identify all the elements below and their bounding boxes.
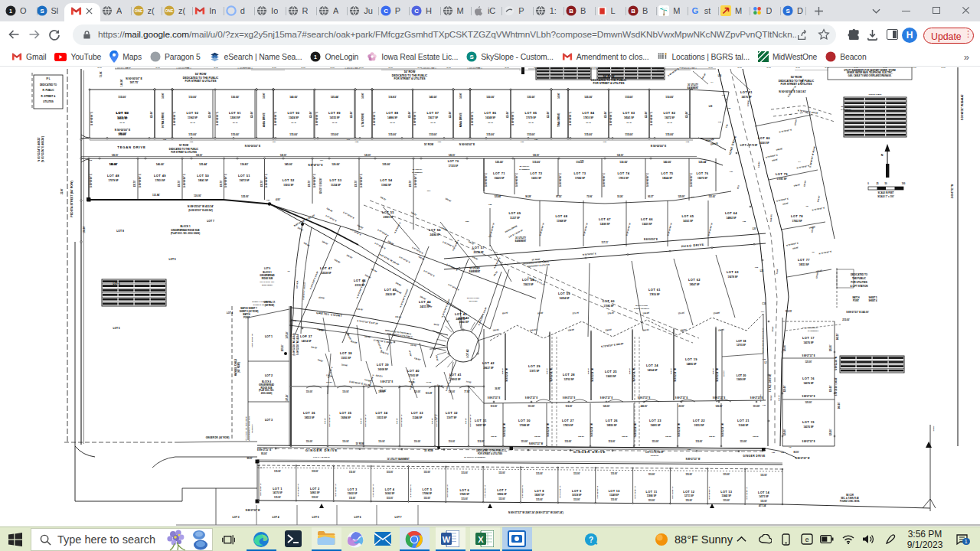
- svg-text:110.00': 110.00': [297, 226, 305, 232]
- svg-text:14892 SF: 14892 SF: [726, 217, 736, 220]
- svg-text:S 00°00'00" E: S 00°00'00" E: [173, 112, 176, 126]
- svg-text:14895 SF: 14895 SF: [686, 363, 696, 366]
- svg-text:17810 SF: 17810 SF: [155, 179, 165, 182]
- svg-text:50.00': 50.00': [361, 93, 364, 99]
- svg-text:S: S: [786, 8, 789, 15]
- svg-text:130.79': 130.79': [354, 180, 358, 187]
- svg-text:LOT 8: LOT 8: [116, 230, 124, 233]
- svg-text:L34: L34: [256, 461, 260, 464]
- svg-text:WATCH POINT: WATCH POINT: [635, 305, 648, 306]
- svg-text:LOT 80: LOT 80: [758, 136, 770, 140]
- svg-text:135.00': 135.00': [382, 163, 390, 166]
- svg-text:GAS, CABLE TV AND OVERLAND DRA: GAS, CABLE TV AND OVERLAND DRAINAGE.: [848, 74, 892, 77]
- svg-text:20.00': 20.00': [678, 405, 684, 408]
- svg-text:POINT: POINT: [853, 299, 859, 302]
- svg-text:GINGERBREAD: GINGERBREAD: [259, 383, 274, 386]
- svg-text:139.62': 139.62': [435, 355, 438, 362]
- svg-text:ONE: ONE: [165, 9, 174, 13]
- svg-text:125.00': 125.00': [783, 385, 786, 392]
- svg-text:S 89°27'23" E: S 89°27'23" E: [563, 396, 576, 399]
- svg-text:LOT 82: LOT 82: [664, 111, 676, 115]
- svg-text:18550 SF: 18550 SF: [606, 424, 616, 427]
- svg-text:115.00': 115.00': [611, 472, 618, 475]
- svg-text:N 00°32'38" W: N 00°32'38" W: [559, 485, 561, 498]
- svg-text:S 00°00'00" E: S 00°00'00" E: [90, 174, 93, 187]
- svg-text:125.44': 125.44': [199, 163, 207, 166]
- svg-text:130.00': 130.00': [395, 289, 403, 295]
- svg-text:S 00°47'31" W: S 00°47'31" W: [951, 184, 954, 198]
- svg-text:50: 50: [885, 182, 887, 185]
- svg-text:10" W: 10" W: [430, 122, 436, 124]
- svg-text:C4: C4: [799, 161, 802, 162]
- svg-text:L32: L32: [743, 220, 746, 222]
- svg-text:L36: L36: [763, 404, 766, 406]
- svg-text:GINGERBREAD RIDGE SUB: GINGERBREAD RIDGE SUB: [248, 416, 250, 441]
- svg-text:29637 SF: 29637 SF: [483, 367, 493, 370]
- svg-text:1: 1: [314, 54, 317, 60]
- svg-text:LOT 56: LOT 56: [429, 228, 441, 232]
- svg-text:LOT 24: LOT 24: [646, 364, 658, 367]
- svg-text:115.00': 115.00': [611, 498, 618, 501]
- svg-text:LOT 67: LOT 67: [599, 217, 611, 221]
- svg-text:S 00°00'00" E: S 00°00'00" E: [315, 112, 318, 126]
- svg-text:115.00': 115.00': [564, 440, 571, 443]
- svg-text:S 89°27'23" E: S 89°27'23" E: [802, 354, 815, 357]
- svg-text:UTILITY EASEMENTS FOR SANITARY: UTILITY EASEMENTS FOR SANITARY SEWER, ST…: [844, 69, 895, 72]
- svg-text:C13: C13: [89, 159, 93, 161]
- svg-text:DEDICATED TO THE PUBLIC: DEDICATED TO THE PUBLIC: [392, 74, 428, 77]
- svg-text:S 00°00'00" E: S 00°00'00" E: [690, 173, 693, 187]
- svg-text:115.00': 115.00': [188, 133, 197, 136]
- svg-text:115.00': 115.00': [584, 133, 593, 136]
- svg-text:115.00': 115.00': [486, 133, 495, 136]
- svg-text:FOR STREET & UTILITES: FOR STREET & UTILITES: [593, 82, 626, 85]
- svg-text:S 19°23'36" W: S 19°23'36" W: [625, 222, 631, 236]
- svg-text:B: B: [631, 8, 635, 15]
- svg-text:LOT C = 75,756 SF: LOT C = 75,756 SF: [313, 456, 330, 458]
- svg-text:N 89°27'23" W: N 89°27'23" W: [795, 457, 810, 460]
- svg-text:125.00': 125.00': [250, 111, 253, 118]
- svg-text:12702 SF: 12702 SF: [564, 378, 573, 381]
- svg-text:18547 SF: 18547 SF: [689, 283, 699, 286]
- svg-text:60' ROW: 60' ROW: [760, 393, 762, 401]
- svg-text:N 70°00'00" E: N 70°00'00" E: [796, 165, 809, 170]
- svg-text:13436 SF: 13436 SF: [737, 378, 746, 381]
- svg-text:10" W: 10" W: [488, 122, 493, 124]
- svg-text:115.00': 115.00': [753, 435, 760, 438]
- svg-text:25125 SF: 25125 SF: [473, 251, 483, 254]
- svg-text:S 00°00'00" E: S 00°00'00" E: [360, 174, 363, 187]
- svg-text:79.63': 79.63': [317, 358, 323, 363]
- svg-text:DEDICATED TO: DEDICATED TO: [851, 273, 868, 276]
- svg-text:LOT 7: LOT 7: [207, 220, 214, 223]
- svg-text:LOT 38: LOT 38: [340, 351, 352, 355]
- svg-text:N 87°47'51" E: N 87°47'51" E: [308, 164, 322, 167]
- svg-text:LOT 91: LOT 91: [229, 111, 241, 115]
- svg-text:10" W: 10" W: [291, 122, 296, 124]
- svg-text:N 00°32'38" W: N 00°32'38" W: [671, 486, 674, 499]
- svg-text:LOT 78: LOT 78: [791, 214, 803, 218]
- svg-text:LOT 5: LOT 5: [113, 327, 119, 330]
- svg-text:136.23': 136.23': [410, 211, 417, 217]
- svg-text:L35: L35: [760, 269, 764, 272]
- svg-text:C23: C23: [688, 448, 691, 451]
- svg-text:LOT 4: LOT 4: [258, 467, 264, 469]
- svg-text:L32: L32: [504, 450, 508, 452]
- svg-text:187.75': 187.75': [129, 81, 138, 84]
- svg-text:EASEMENT: EASEMENT: [519, 168, 530, 171]
- svg-text:LOT 22: LOT 22: [693, 419, 705, 422]
- svg-text:S 74°27'23" E 417.29': S 74°27'23" E 417.29': [357, 319, 378, 325]
- svg-text:10503 SF: 10503 SF: [283, 184, 293, 187]
- svg-text:GINGER DR. (66' ROW): GINGER DR. (66' ROW): [206, 436, 230, 439]
- svg-text:S 00°00'00" E: S 00°00'00" E: [414, 174, 417, 187]
- svg-text:L26: L26: [190, 141, 194, 143]
- svg-text:125.00': 125.00': [324, 418, 326, 424]
- svg-text:134.59': 134.59': [642, 311, 650, 315]
- svg-text:N 00°32'38" W: N 00°32'38" W: [746, 487, 748, 500]
- svg-text:140.00': 140.00': [156, 163, 165, 166]
- svg-text:110.00': 110.00': [753, 405, 760, 408]
- svg-text:14376 SF: 14376 SF: [803, 425, 813, 429]
- svg-text:LOT 31: LOT 31: [475, 419, 487, 422]
- svg-text:EASEMENT: EASEMENT: [469, 270, 481, 273]
- svg-text:11 01: 11 01: [446, 67, 451, 68]
- svg-text:LOT 14: LOT 14: [758, 491, 770, 494]
- svg-text:111.29': 111.29': [311, 345, 318, 349]
